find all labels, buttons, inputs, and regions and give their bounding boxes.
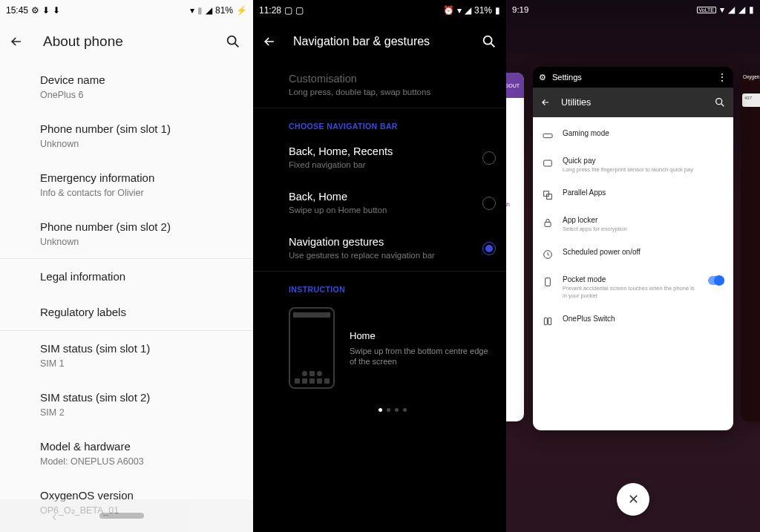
download-icon: ⬇ — [42, 5, 50, 16]
lock-icon — [542, 217, 554, 229]
recents-overview-screen: 9:19 VoLTE ▾ ◢ ◢ ▮ LOGOUT Verify Email E… — [506, 0, 760, 532]
gaming-mode-row[interactable]: Gaming mode — [542, 122, 724, 149]
svg-rect-4 — [544, 160, 552, 166]
svg-rect-3 — [543, 134, 552, 137]
signal-icon: ▮ — [197, 5, 203, 16]
svg-rect-6 — [547, 194, 552, 200]
game-icon — [542, 130, 554, 142]
signal-icon: ◢ — [206, 5, 212, 16]
recents-card-settings[interactable]: ⚙ Settings ⋮ Utilities Gaming mode Quick… — [533, 67, 733, 430]
battery-percent: 31% — [474, 5, 492, 16]
card-subheader: Utilities — [533, 88, 733, 117]
card-right-sub: 437 — [744, 96, 752, 100]
more-menu-icon[interactable]: ⋮ — [588, 71, 727, 83]
nav-option-back-home[interactable]: Back, HomeSwipe up on Home button — [289, 180, 496, 226]
battery-icon: ▮ — [495, 5, 500, 16]
settings-list: CustomisationLong press, double tap, swa… — [253, 62, 506, 422]
volte-badge: VoLTE — [697, 7, 717, 13]
nav-option-back-home-recents[interactable]: Back, Home, RecentsFixed navigation bar — [289, 135, 496, 180]
app-locker-row[interactable]: App lockerSelect apps for encryption — [542, 208, 724, 240]
back-arrow-icon[interactable] — [540, 97, 551, 108]
alarm-icon: ⏰ — [443, 5, 454, 16]
close-recents-button[interactable]: ✕ — [617, 483, 649, 516]
svg-rect-7 — [545, 222, 551, 226]
recents-card-right[interactable]: Oxygen O 1 437 — [741, 73, 760, 421]
search-icon[interactable] — [714, 96, 726, 108]
card-left-header: LOGOUT — [506, 73, 524, 98]
status-time: 11:28 — [259, 5, 281, 16]
oneplus-switch-row[interactable]: OnePlus Switch — [542, 307, 724, 335]
navigation-gestures-screen: 11:28 ▢ ▢ ⏰ ▾ ◢ 31% ▮ Navigation bar & g… — [253, 0, 506, 532]
phone-number-1-row[interactable]: Phone number (sim slot 1)Unknown — [40, 111, 243, 160]
quick-pay-row[interactable]: Quick payLong press the fingerprint sens… — [542, 149, 724, 181]
settings-list: Device nameOnePlus 6 Phone number (sim s… — [0, 62, 253, 527]
scheduled-power-row[interactable]: Scheduled power on/off — [542, 240, 724, 268]
customisation-row: CustomisationLong press, double tap, swa… — [289, 62, 496, 108]
sim-status-1-row[interactable]: SIM status (sim slot 1)SIM 1 — [40, 331, 243, 380]
svg-rect-9 — [546, 278, 551, 286]
recents-cards: LOGOUT Verify Email English Oxygen O 1 4… — [506, 67, 760, 480]
card-app-header: ⚙ Settings ⋮ — [533, 67, 733, 88]
search-icon[interactable] — [481, 33, 497, 50]
image-icon: ▢ — [284, 5, 292, 16]
card-left-english: English — [506, 202, 520, 207]
device-name-row[interactable]: Device nameOnePlus 6 — [40, 62, 243, 111]
app-bar: Navigation bar & gestures — [253, 21, 506, 62]
model-hardware-row[interactable]: Model & hardwareModel: ONEPLUS A6003 — [40, 429, 243, 478]
page-title: Navigation bar & gestures — [293, 35, 465, 48]
phone-illustration-icon — [289, 307, 335, 389]
legal-info-row[interactable]: Legal information — [40, 259, 243, 295]
status-bar: 15:45 ⚙ ⬇ ⬇ ▾ ▮ ◢ 81% ⚡ — [0, 0, 253, 21]
back-nav-icon[interactable]: ‹ — [52, 508, 57, 525]
dot-icon — [403, 408, 407, 412]
card-left-verify: Verify Email — [506, 147, 520, 157]
back-arrow-icon[interactable] — [9, 34, 24, 49]
battery-icon: ⚡ — [236, 5, 247, 16]
pocket-mode-row[interactable]: Pocket modePrevent accidental screen tou… — [542, 268, 724, 307]
svg-rect-5 — [544, 191, 549, 197]
dot-icon — [395, 408, 399, 412]
svg-rect-11 — [548, 318, 551, 324]
signal-icon: ◢ — [728, 4, 735, 15]
pocket-icon — [542, 276, 554, 288]
choose-nav-label: CHOOSE NAVIGATION BAR — [289, 108, 496, 135]
back-arrow-icon[interactable] — [262, 34, 277, 49]
parallel-apps-row[interactable]: Parallel Apps — [542, 181, 724, 208]
nav-option-gestures[interactable]: Navigation gesturesUse gestures to repla… — [289, 226, 496, 271]
status-bar: 9:19 VoLTE ▾ ◢ ◢ ▮ — [506, 0, 760, 19]
svg-rect-10 — [544, 318, 547, 324]
signal-icon: ◢ — [738, 4, 745, 15]
card-right-title: Oxygen O — [743, 74, 760, 92]
nav-bar: ‹ — [0, 499, 253, 532]
recents-card-left[interactable]: LOGOUT Verify Email English — [506, 73, 524, 421]
svg-point-0 — [228, 36, 236, 45]
switch-icon — [542, 315, 554, 327]
instruction-label: INSTRUCTION — [289, 272, 496, 298]
page-indicator — [289, 398, 496, 422]
radio-icon[interactable] — [482, 151, 496, 165]
instruction-sub: Swipe up from the bottom centre edge of … — [350, 346, 496, 367]
search-icon[interactable] — [225, 33, 241, 50]
gear-icon: ⚙ — [539, 73, 546, 82]
toggle-on-icon[interactable] — [708, 276, 724, 285]
download-icon: ⬇ — [53, 5, 60, 16]
battery-percent: 81% — [215, 5, 233, 16]
copy-icon — [542, 189, 554, 201]
status-time: 9:19 — [512, 5, 528, 14]
utilities-list: Gaming mode Quick payLong press the fing… — [533, 117, 733, 430]
svg-point-2 — [716, 99, 722, 105]
clock-icon — [542, 249, 554, 260]
pay-icon — [542, 157, 554, 169]
instruction-title: Home — [350, 330, 496, 341]
emergency-info-row[interactable]: Emergency informationInfo & contacts for… — [40, 160, 243, 209]
status-time: 15:45 — [6, 5, 28, 16]
home-pill-icon[interactable] — [99, 513, 144, 519]
sim-status-2-row[interactable]: SIM status (sim slot 2)SIM 2 — [40, 380, 243, 429]
radio-selected-icon[interactable] — [482, 242, 496, 255]
phone-number-2-row[interactable]: Phone number (sim slot 2)Unknown — [40, 209, 243, 258]
gear-icon: ⚙ — [31, 5, 39, 16]
regulatory-labels-row[interactable]: Regulatory labels — [40, 295, 243, 330]
radio-icon[interactable] — [482, 197, 496, 210]
close-icon: ✕ — [628, 491, 639, 508]
wifi-icon: ▾ — [720, 4, 724, 15]
